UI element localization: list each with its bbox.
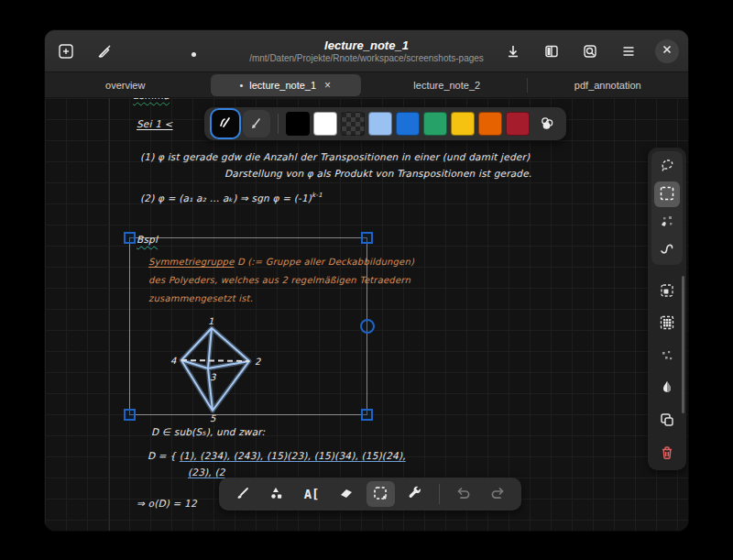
unsaved-indicator <box>191 52 196 57</box>
selection-mode-single-stroke-button[interactable] <box>654 209 680 235</box>
tabs-overview-button[interactable] <box>540 39 563 63</box>
duplicate-selection-button[interactable] <box>654 409 680 434</box>
octahedron-sketch: 1 2 3 4 5 <box>167 315 268 423</box>
selection-mode-rectangle-button[interactable] <box>654 181 680 207</box>
pen-toggle-button[interactable] <box>93 39 116 63</box>
selection-mode-group <box>651 151 683 265</box>
selection-rotate-handle[interactable] <box>360 319 375 334</box>
color-swatch-yellow[interactable] <box>451 112 475 136</box>
color-swatch-blue[interactable] <box>396 112 420 136</box>
selection-handle-top-right[interactable] <box>361 232 373 244</box>
color-swatch-light-blue[interactable] <box>368 112 392 136</box>
tab-close-icon[interactable]: × <box>323 80 333 91</box>
handwriting-set-line2: (23), (2 <box>188 467 225 478</box>
tools-pen-button[interactable] <box>400 481 430 507</box>
typewriter-pen-button[interactable]: A[ <box>297 481 326 507</box>
s-curve-icon <box>658 239 676 260</box>
download-icon <box>505 43 521 60</box>
document-title: lecture_note_1 <box>249 38 484 52</box>
lasso-icon <box>658 157 676 178</box>
app-window: lecture_note_1 /mnt/Daten/Projekte/Rnote… <box>44 29 689 532</box>
drawing-canvas[interactable]: Lemma Sei 1 < (1) φ ist gerade gdw die A… <box>45 98 689 532</box>
marker-pen-icon <box>217 115 234 134</box>
handwriting-lemma: Lemma <box>133 98 170 101</box>
close-icon <box>662 44 673 58</box>
tab-lecture-note-1[interactable]: • lecture_note_1 × <box>205 72 366 97</box>
selection-handle-bottom-right[interactable] <box>361 409 373 421</box>
typewriter-icon: A[ <box>304 487 320 501</box>
color-swatch-red[interactable] <box>506 112 530 136</box>
tab-pdf-annotation[interactable]: pdf_annotation <box>528 72 688 97</box>
color-swatch-green[interactable] <box>423 112 447 136</box>
handwriting-sei: Sei 1 < <box>137 118 173 129</box>
save-button[interactable] <box>501 39 525 63</box>
stroke-color-fill-button[interactable] <box>654 377 680 401</box>
color-palette-icon <box>539 115 555 134</box>
redo-button[interactable] <box>483 481 512 507</box>
tab-label: overview <box>105 80 145 91</box>
selection-resize-lock-button[interactable] <box>654 280 680 304</box>
deselect-all-icon <box>658 346 676 368</box>
color-swatch-black[interactable] <box>286 112 310 136</box>
selection-handle-bottom-left[interactable] <box>124 409 136 421</box>
document-title-block: lecture_note_1 /mnt/Daten/Projekte/Rnote… <box>249 38 484 64</box>
brush-pen-button[interactable] <box>228 481 257 507</box>
window-close-button[interactable] <box>655 39 679 63</box>
vertex-label-3: 3 <box>210 372 216 382</box>
selection-region[interactable]: Symmetriegruppe D (:= Gruppe aller Decka… <box>129 237 367 415</box>
tap-select-icon <box>658 212 676 233</box>
tab-lecture-note-2[interactable]: lecture_note_2 <box>366 72 527 97</box>
handwriting-order-line: ⇒ o(D) = 12 <box>137 498 197 509</box>
resize-frame-icon <box>658 281 676 302</box>
new-tab-button[interactable] <box>54 39 78 63</box>
tab-label: lecture_note_1 <box>249 80 316 91</box>
toolbar-divider <box>278 114 279 134</box>
duplicate-icon <box>658 411 676 432</box>
vertex-label-1: 1 <box>208 316 213 326</box>
color-swatch-orange[interactable] <box>478 112 502 136</box>
shaper-pen-button[interactable] <box>263 481 292 507</box>
workspace-browser-button[interactable] <box>578 39 602 63</box>
eraser-pen-button[interactable] <box>332 481 361 507</box>
select-all-button[interactable] <box>654 312 680 336</box>
document-search-icon <box>582 43 598 60</box>
droplet-icon <box>658 379 676 400</box>
color-swatch-transparent[interactable] <box>341 112 365 136</box>
paintbrush-icon <box>234 484 252 505</box>
brush-icon <box>248 115 265 134</box>
handwriting-set-line: D = { (1), (234), (243), (15)(23), (15)(… <box>148 450 406 461</box>
selector-options-panel <box>648 148 686 470</box>
plus-square-icon <box>58 43 74 60</box>
tab-unsaved-dot: • <box>239 80 243 91</box>
main-menu-button[interactable] <box>617 39 640 63</box>
hamburger-menu-icon <box>620 43 637 60</box>
color-picker-button[interactable] <box>535 112 559 136</box>
handwriting-symmetry-note: Symmetriegruppe D (:= Gruppe aller Decka… <box>148 253 414 308</box>
vertex-label-4: 4 <box>170 356 177 366</box>
tab-bar: overview • lecture_note_1 × lecture_note… <box>45 72 688 98</box>
eraser-icon <box>337 484 356 505</box>
page-border-line <box>109 98 110 532</box>
handwriting-item1-line1: (1) φ ist gerade gdw die Anzahl der Tran… <box>140 151 530 162</box>
deselect-all-button[interactable] <box>654 345 680 369</box>
vertex-label-5: 5 <box>210 413 216 423</box>
delete-selection-button[interactable] <box>654 442 680 467</box>
pen-style-toolbar <box>204 107 566 140</box>
undo-button[interactable] <box>449 481 478 507</box>
color-swatch-white[interactable] <box>313 112 337 136</box>
selector-pen-button[interactable] <box>366 481 396 507</box>
brush-style-button[interactable] <box>243 110 270 137</box>
select-all-icon <box>658 313 676 335</box>
selection-mode-intersecting-path-button[interactable] <box>654 236 680 262</box>
vertex-label-2: 2 <box>255 357 261 367</box>
marker-style-button[interactable] <box>212 110 239 137</box>
panel-scrollbar[interactable] <box>682 276 684 413</box>
redo-icon <box>489 485 506 504</box>
shapes-icon <box>268 484 286 505</box>
document-path: /mnt/Daten/Projekte/Rnote/workspace/scre… <box>249 52 484 64</box>
pen-off-icon <box>96 43 113 60</box>
selection-mode-lasso-button[interactable] <box>654 154 680 180</box>
selection-handle-top-left[interactable] <box>124 232 136 244</box>
selector-icon <box>371 484 389 505</box>
tab-overview[interactable]: overview <box>45 72 205 97</box>
